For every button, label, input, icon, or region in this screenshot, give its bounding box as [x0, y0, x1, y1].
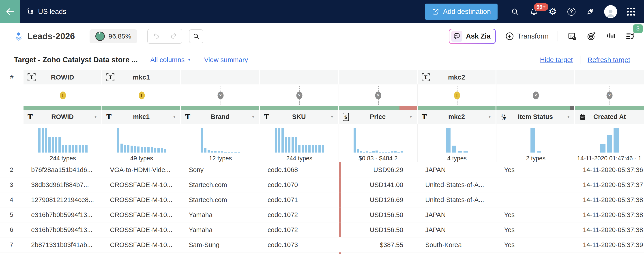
cell-sku[interactable]: code.1072 [260, 208, 339, 222]
redo-button[interactable] [165, 29, 182, 43]
column-quality-bar[interactable] [496, 106, 575, 110]
cell-mkc2[interactable] [418, 252, 496, 254]
column-histogram[interactable]: 49 types [102, 124, 181, 162]
cell-rowid[interactable]: b76f28aa151b41d6... [24, 162, 102, 177]
cell-mkc2[interactable]: JAPAN [418, 222, 496, 237]
user-avatar[interactable] [604, 5, 617, 18]
cell-brand[interactable]: Sam·Sung [181, 238, 260, 252]
cell-rowid[interactable]: 38db3d961f884b7... [24, 178, 102, 192]
cell-mkc1[interactable]: CROSSFADE·M-10... [102, 238, 181, 252]
cell-mkc2[interactable]: United·States·of·A... [418, 178, 496, 192]
cell-rowid[interactable]: e316b7b0b5994f13... [24, 208, 102, 222]
warning-icon[interactable]: ! [454, 92, 460, 99]
column-menu-arrow[interactable]: ▼ [172, 115, 176, 119]
not-mapped-icon[interactable]: ✕ [533, 92, 539, 99]
add-destination-button[interactable]: Add destination [425, 4, 498, 20]
column-histogram[interactable]: $0.83 - $484.2 [339, 124, 418, 162]
column-quality-bar[interactable] [181, 106, 260, 110]
column-menu-arrow[interactable]: ▼ [566, 115, 570, 119]
cell-brand[interactable]: Yamaha [181, 222, 260, 237]
column-header[interactable]: Created At [575, 110, 644, 124]
cell-item-status[interactable] [496, 192, 575, 207]
data-quality-pill[interactable]: 96.85% [90, 29, 137, 43]
column-quality-bar[interactable] [24, 106, 102, 110]
cell-brand[interactable]: Startech.com [181, 192, 260, 207]
view-summary-link[interactable]: View summary [204, 56, 248, 64]
cell-price[interactable]: $387.55 [339, 238, 418, 252]
rocket-icon[interactable] [585, 7, 595, 16]
gear-icon[interactable]: ⚙ [548, 7, 558, 16]
column-menu-arrow[interactable]: ▼ [251, 115, 255, 119]
not-mapped-icon[interactable]: ✕ [606, 92, 613, 99]
transform-button[interactable]: Transform [505, 32, 548, 41]
cell-mkc1[interactable]: CROSSFADE·M-10... [102, 222, 181, 237]
cell-item-status[interactable]: Yes [496, 222, 575, 237]
column-menu-arrow[interactable]: ▼ [330, 115, 334, 119]
notifications-bell-icon[interactable]: 99+ [529, 7, 539, 16]
cell-price[interactable]: USD96.29 [339, 162, 418, 177]
cell-mkc2[interactable]: United·States·of·A... [418, 192, 496, 207]
column-histogram[interactable]: 244 types [260, 124, 339, 162]
cell-sku[interactable]: code.1071 [260, 192, 339, 207]
target-goal-icon[interactable] [586, 31, 596, 42]
cell-sku[interactable]: code.1072 [260, 222, 339, 237]
refresh-target-link[interactable]: Refresh target [588, 56, 630, 64]
cell-sku[interactable] [260, 252, 339, 254]
column-header[interactable]: T mkc2 ▼ [418, 110, 496, 124]
hide-target-link[interactable]: Hide target [540, 56, 573, 64]
column-menu-arrow[interactable]: ▼ [409, 115, 413, 119]
column-header[interactable]: T mkc1 ▼ [102, 110, 181, 124]
column-stats-icon[interactable] [606, 31, 616, 42]
cell-created-at[interactable]: 14-11-2020·05:37:38 [575, 192, 644, 207]
cell-mkc1[interactable]: CROSSFADE·M-10... [102, 208, 181, 222]
column-header[interactable]: T Brand ▼ [181, 110, 260, 124]
cell-rowid[interactable]: e316b7b0b5994f13... [24, 222, 102, 237]
cell-mkc2[interactable]: JAPAN [418, 162, 496, 177]
cell-rowid[interactable]: 2b871331b03f41ab... [24, 238, 102, 252]
column-histogram[interactable]: 12 types [181, 124, 260, 162]
cell-created-at[interactable]: 14-11-2020·05:37:37 [575, 178, 644, 192]
cell-mkc1[interactable] [102, 252, 181, 254]
not-mapped-icon[interactable]: ✕ [218, 92, 224, 99]
column-quality-bar[interactable] [418, 106, 496, 110]
cell-price[interactable]: USD126.69 [339, 192, 418, 207]
cell-brand[interactable] [181, 252, 260, 254]
cell-created-at[interactable]: 14-11-2020·05:37:39 [575, 238, 644, 252]
cell-rowid[interactable]: 1279081212194ce8... [24, 192, 102, 207]
cell-brand[interactable]: Sony [181, 162, 260, 177]
cell-created-at[interactable]: 14-11-2020·05:37:38 [575, 222, 644, 237]
cell-price[interactable] [339, 252, 418, 254]
search-data-button[interactable] [189, 29, 203, 43]
cell-item-status[interactable] [496, 178, 575, 192]
column-quality-bar[interactable] [575, 106, 644, 110]
column-histogram[interactable]: 244 types [24, 124, 102, 162]
column-menu-arrow[interactable]: ▼ [488, 115, 492, 119]
column-histogram[interactable]: 2 types [496, 124, 575, 162]
column-menu-arrow[interactable]: ▼ [94, 115, 98, 119]
warning-icon[interactable]: ! [138, 92, 145, 99]
ask-zia-button[interactable]: Ask Zia [449, 29, 496, 44]
column-header[interactable]: TF Item Status ▼ [496, 110, 575, 124]
cell-price[interactable]: USD156.50 [339, 208, 418, 222]
cell-created-at[interactable] [575, 252, 644, 254]
cell-created-at[interactable]: 14-11-2020·05:37:38 [575, 208, 644, 222]
cell-mkc1[interactable]: CROSSFADE·M-10... [102, 192, 181, 207]
cell-brand[interactable]: Startech.com [181, 178, 260, 192]
column-histogram[interactable]: 4 types [418, 124, 496, 162]
cell-sku[interactable]: code.1073 [260, 238, 339, 252]
column-quality-bar[interactable] [339, 106, 418, 110]
column-histogram[interactable]: 14-11-2020 01:47:46 - 1 [575, 124, 644, 162]
cell-item-status[interactable]: Yes [496, 162, 575, 177]
column-quality-bar[interactable] [102, 106, 181, 110]
cell-sku[interactable]: code.1070 [260, 178, 339, 192]
cell-item-status[interactable]: Yes [496, 238, 575, 252]
undo-button[interactable] [148, 29, 165, 43]
cell-mkc2[interactable]: JAPAN [418, 208, 496, 222]
cell-mkc1[interactable]: CROSSFADE·M-10... [102, 178, 181, 192]
cell-item-status[interactable]: Yes [496, 208, 575, 222]
cell-mkc1[interactable]: VGA·to·HDMI·Vide... [102, 162, 181, 177]
cell-rowid[interactable] [24, 252, 102, 254]
applied-steps-icon[interactable]: 3 [625, 31, 635, 42]
column-quality-bar[interactable] [260, 106, 339, 110]
preview-table-icon[interactable] [567, 31, 577, 42]
